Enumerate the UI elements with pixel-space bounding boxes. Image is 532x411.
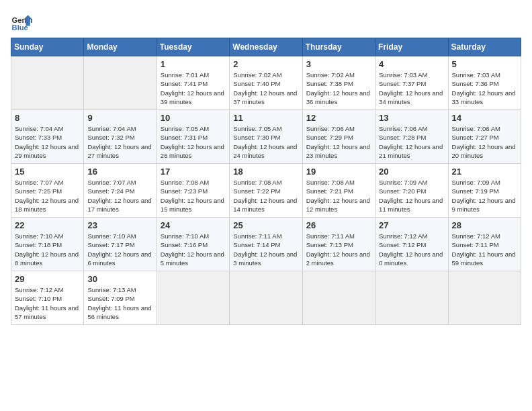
day-cell-13: 13 Sunrise: 7:06 AMSunset: 7:28 PMDaylig…	[375, 110, 448, 164]
day-number: 9	[87, 113, 152, 123]
day-cell-4: 4 Sunrise: 7:03 AMSunset: 7:37 PMDayligh…	[375, 56, 448, 110]
day-info: Sunrise: 7:05 AMSunset: 7:30 PMDaylight:…	[233, 124, 298, 160]
day-info: Sunrise: 7:08 AMSunset: 7:23 PMDaylight:…	[161, 178, 226, 214]
day-number: 11	[233, 113, 298, 123]
day-info: Sunrise: 7:08 AMSunset: 7:21 PMDaylight:…	[306, 178, 371, 214]
empty-cell	[230, 271, 302, 325]
calendar-week-3: 15 Sunrise: 7:07 AMSunset: 7:25 PMDaylig…	[11, 164, 521, 218]
day-number: 25	[233, 220, 298, 230]
day-number: 30	[87, 274, 152, 284]
col-header-saturday: Saturday	[448, 38, 521, 56]
day-cell-29: 29 Sunrise: 7:12 AMSunset: 7:10 PMDaylig…	[11, 271, 84, 325]
day-number: 23	[87, 220, 152, 230]
day-cell-8: 8 Sunrise: 7:04 AMSunset: 7:33 PMDayligh…	[11, 110, 84, 164]
day-number: 10	[161, 113, 226, 123]
day-info: Sunrise: 7:11 AMSunset: 7:14 PMDaylight:…	[233, 232, 298, 267]
day-number: 15	[15, 167, 80, 177]
day-cell-12: 12 Sunrise: 7:06 AMSunset: 7:29 PMDaylig…	[302, 110, 375, 164]
day-info: Sunrise: 7:06 AMSunset: 7:27 PMDaylight:…	[452, 124, 517, 160]
day-info: Sunrise: 7:13 AMSunset: 7:09 PMDaylight:…	[87, 285, 152, 321]
day-info: Sunrise: 7:05 AMSunset: 7:31 PMDaylight:…	[161, 124, 226, 160]
day-number: 16	[87, 167, 152, 177]
day-cell-10: 10 Sunrise: 7:05 AMSunset: 7:31 PMDaylig…	[157, 110, 229, 164]
day-info: Sunrise: 7:06 AMSunset: 7:29 PMDaylight:…	[306, 124, 371, 160]
day-number: 19	[306, 167, 371, 177]
day-cell-23: 23 Sunrise: 7:10 AMSunset: 7:17 PMDaylig…	[84, 218, 157, 271]
day-number: 27	[379, 220, 444, 230]
day-cell-22: 22 Sunrise: 7:10 AMSunset: 7:18 PMDaylig…	[11, 218, 84, 271]
day-cell-20: 20 Sunrise: 7:09 AMSunset: 7:20 PMDaylig…	[375, 164, 448, 218]
day-number: 17	[161, 167, 226, 177]
day-number: 2	[233, 59, 298, 69]
col-header-thursday: Thursday	[302, 38, 375, 56]
day-cell-14: 14 Sunrise: 7:06 AMSunset: 7:27 PMDaylig…	[448, 110, 521, 164]
day-info: Sunrise: 7:12 AMSunset: 7:11 PMDaylight:…	[452, 232, 517, 267]
empty-cell	[448, 271, 521, 325]
day-info: Sunrise: 7:12 AMSunset: 7:10 PMDaylight:…	[15, 285, 80, 321]
day-number: 22	[15, 220, 80, 230]
calendar-week-2: 8 Sunrise: 7:04 AMSunset: 7:33 PMDayligh…	[11, 110, 521, 164]
calendar-table: SundayMondayTuesdayWednesdayThursdayFrid…	[11, 38, 521, 325]
day-info: Sunrise: 7:02 AMSunset: 7:40 PMDaylight:…	[233, 71, 298, 106]
empty-cell	[11, 56, 84, 110]
day-cell-27: 27 Sunrise: 7:12 AMSunset: 7:12 PMDaylig…	[375, 218, 448, 271]
empty-cell	[84, 56, 157, 110]
calendar-week-1: 1 Sunrise: 7:01 AMSunset: 7:41 PMDayligh…	[11, 56, 521, 110]
day-info: Sunrise: 7:10 AMSunset: 7:17 PMDaylight:…	[87, 232, 152, 267]
day-info: Sunrise: 7:04 AMSunset: 7:33 PMDaylight:…	[15, 124, 80, 160]
day-cell-25: 25 Sunrise: 7:11 AMSunset: 7:14 PMDaylig…	[230, 218, 302, 271]
day-info: Sunrise: 7:07 AMSunset: 7:24 PMDaylight:…	[87, 178, 152, 214]
col-header-friday: Friday	[375, 38, 448, 56]
day-cell-21: 21 Sunrise: 7:09 AMSunset: 7:19 PMDaylig…	[448, 164, 521, 218]
day-info: Sunrise: 7:04 AMSunset: 7:32 PMDaylight:…	[87, 124, 152, 160]
day-cell-15: 15 Sunrise: 7:07 AMSunset: 7:25 PMDaylig…	[11, 164, 84, 218]
day-info: Sunrise: 7:02 AMSunset: 7:38 PMDaylight:…	[306, 71, 371, 106]
empty-cell	[157, 271, 229, 325]
day-info: Sunrise: 7:09 AMSunset: 7:19 PMDaylight:…	[452, 178, 517, 214]
day-cell-11: 11 Sunrise: 7:05 AMSunset: 7:30 PMDaylig…	[230, 110, 302, 164]
day-cell-1: 1 Sunrise: 7:01 AMSunset: 7:41 PMDayligh…	[157, 56, 229, 110]
day-cell-24: 24 Sunrise: 7:10 AMSunset: 7:16 PMDaylig…	[157, 218, 229, 271]
day-number: 18	[233, 167, 298, 177]
day-cell-17: 17 Sunrise: 7:08 AMSunset: 7:23 PMDaylig…	[157, 164, 229, 218]
calendar-week-5: 29 Sunrise: 7:12 AMSunset: 7:10 PMDaylig…	[11, 271, 521, 325]
day-cell-28: 28 Sunrise: 7:12 AMSunset: 7:11 PMDaylig…	[448, 218, 521, 271]
day-cell-3: 3 Sunrise: 7:02 AMSunset: 7:38 PMDayligh…	[302, 56, 375, 110]
logo: General Blue	[11, 11, 32, 32]
day-number: 14	[452, 113, 517, 123]
day-cell-19: 19 Sunrise: 7:08 AMSunset: 7:21 PMDaylig…	[302, 164, 375, 218]
day-info: Sunrise: 7:08 AMSunset: 7:22 PMDaylight:…	[233, 178, 298, 214]
day-number: 5	[452, 59, 517, 69]
day-number: 26	[306, 220, 371, 230]
day-number: 20	[379, 167, 444, 177]
empty-cell	[302, 271, 375, 325]
day-number: 3	[306, 59, 371, 69]
day-info: Sunrise: 7:12 AMSunset: 7:12 PMDaylight:…	[379, 232, 444, 267]
col-header-tuesday: Tuesday	[157, 38, 229, 56]
day-info: Sunrise: 7:11 AMSunset: 7:13 PMDaylight:…	[306, 232, 371, 267]
day-number: 21	[452, 167, 517, 177]
day-info: Sunrise: 7:01 AMSunset: 7:41 PMDaylight:…	[161, 71, 226, 106]
empty-cell	[375, 271, 448, 325]
day-cell-26: 26 Sunrise: 7:11 AMSunset: 7:13 PMDaylig…	[302, 218, 375, 271]
day-info: Sunrise: 7:06 AMSunset: 7:28 PMDaylight:…	[379, 124, 444, 160]
calendar-week-4: 22 Sunrise: 7:10 AMSunset: 7:18 PMDaylig…	[11, 218, 521, 271]
page-header: General Blue	[11, 11, 521, 32]
day-number: 24	[161, 220, 226, 230]
day-cell-18: 18 Sunrise: 7:08 AMSunset: 7:22 PMDaylig…	[230, 164, 302, 218]
day-number: 28	[452, 220, 517, 230]
day-number: 1	[161, 59, 226, 69]
day-info: Sunrise: 7:10 AMSunset: 7:16 PMDaylight:…	[161, 232, 226, 267]
logo-icon: General Blue	[11, 11, 32, 32]
day-cell-9: 9 Sunrise: 7:04 AMSunset: 7:32 PMDayligh…	[84, 110, 157, 164]
day-info: Sunrise: 7:07 AMSunset: 7:25 PMDaylight:…	[15, 178, 80, 214]
day-number: 29	[15, 274, 80, 284]
day-info: Sunrise: 7:03 AMSunset: 7:36 PMDaylight:…	[452, 71, 517, 106]
col-header-wednesday: Wednesday	[230, 38, 302, 56]
day-cell-16: 16 Sunrise: 7:07 AMSunset: 7:24 PMDaylig…	[84, 164, 157, 218]
col-header-sunday: Sunday	[11, 38, 84, 56]
day-info: Sunrise: 7:09 AMSunset: 7:20 PMDaylight:…	[379, 178, 444, 214]
day-number: 13	[379, 113, 444, 123]
day-info: Sunrise: 7:10 AMSunset: 7:18 PMDaylight:…	[15, 232, 80, 267]
svg-text:Blue: Blue	[12, 24, 28, 32]
